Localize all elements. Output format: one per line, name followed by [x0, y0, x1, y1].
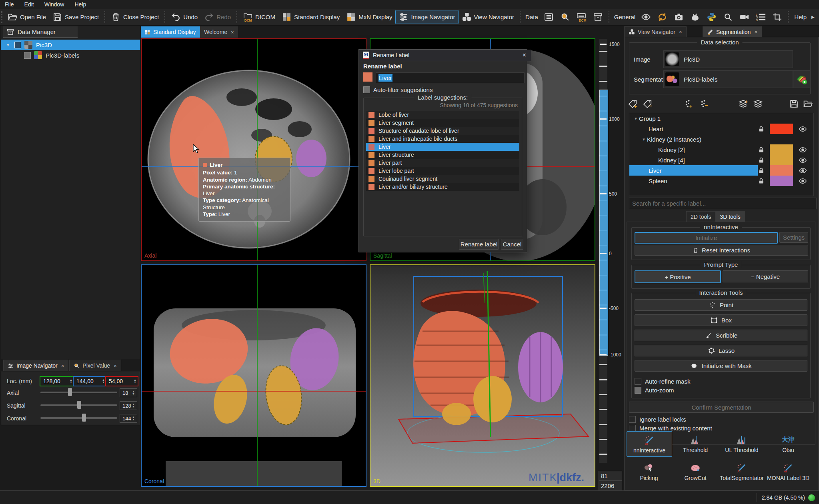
- load-labels-button[interactable]: [803, 99, 813, 109]
- label-color-swatch[interactable]: [770, 144, 793, 155]
- menu-edit[interactable]: Edit: [24, 0, 39, 8]
- tree-row-kidney2[interactable]: Kidney [2]: [629, 144, 813, 155]
- tree-row-kidney4[interactable]: Kidney [4]: [629, 155, 813, 165]
- initialize-button[interactable]: Initialize: [635, 232, 778, 244]
- magnifier-button[interactable]: [720, 10, 736, 24]
- eye-icon[interactable]: [799, 177, 807, 185]
- label-color-swatch[interactable]: [363, 72, 372, 82]
- screenshot-button[interactable]: [671, 10, 687, 24]
- slider-track[interactable]: [40, 417, 117, 419]
- tool-monai-label-3d[interactable]: AI MONAI Label 3D: [766, 459, 811, 484]
- slider-track[interactable]: [40, 392, 117, 393]
- help-menu-button[interactable]: Help▶: [791, 12, 818, 22]
- suggestion-row[interactable]: Lobe of liver: [366, 111, 519, 119]
- tree-row-heart[interactable]: Heart: [629, 124, 813, 134]
- eye-icon[interactable]: [799, 125, 807, 133]
- open-file-button[interactable]: Open File: [4, 10, 49, 24]
- viewport-axial[interactable]: Axial: [141, 38, 366, 261]
- tree-row-spleen[interactable]: Spleen: [629, 176, 813, 186]
- data-manager-tab[interactable]: Data Manager: [3, 26, 78, 38]
- close-icon[interactable]: ×: [114, 363, 117, 369]
- image-navigator-button[interactable]: Image Navigator: [395, 10, 458, 24]
- window-value-field[interactable]: 2206: [599, 481, 622, 491]
- settings-button[interactable]: Settings: [779, 232, 808, 243]
- suggestion-row[interactable]: Liver and intrahepatic bile ducts: [366, 135, 519, 143]
- merge-existing-checkbox[interactable]: [629, 425, 636, 432]
- remove-group-button[interactable]: [753, 99, 763, 109]
- expander-icon[interactable]: ▾: [633, 116, 639, 121]
- menu-help[interactable]: Help: [74, 0, 91, 8]
- suggestion-row[interactable]: Liver and/or biliary structure: [366, 183, 519, 191]
- spin-arrows[interactable]: ▲▼: [132, 403, 136, 408]
- suggestion-row[interactable]: Couinaud liver segment: [366, 175, 519, 183]
- viewport-3d[interactable]: MITK|dkfz. 3D: [370, 264, 595, 487]
- tool-picking[interactable]: Picking: [627, 459, 671, 484]
- image-selector[interactable]: Pic3D: [663, 50, 793, 68]
- lock-icon[interactable]: [758, 167, 765, 174]
- dialog-title-bar[interactable]: M Rename Label ×: [359, 50, 531, 61]
- confirm-segmentation-button[interactable]: Confirm Segmentation: [629, 402, 814, 413]
- tab-image-navigator[interactable]: Image Navigator ×: [3, 360, 68, 371]
- slider-handle[interactable]: [68, 388, 72, 396]
- location-x-spinbox[interactable]: 128,00 ▲▼: [40, 376, 74, 386]
- data-node-pic3d-labels[interactable]: Pic3D-labels: [1, 50, 140, 60]
- menu-window[interactable]: Window: [44, 0, 69, 8]
- expander-icon[interactable]: ▾: [641, 137, 647, 142]
- data-node-pic3d[interactable]: ▾ Pic3D: [1, 40, 140, 50]
- label-color-swatch[interactable]: [770, 176, 793, 186]
- cancel-button[interactable]: Cancel: [501, 239, 523, 250]
- tool-nninteractive[interactable]: AI nnInteractive: [627, 431, 672, 457]
- location-z-spinbox[interactable]: 54,00 ▲▼: [105, 376, 138, 386]
- data-list-button[interactable]: [541, 10, 557, 24]
- suggestion-row[interactable]: Structure of caudate lobe of liver: [366, 127, 519, 135]
- visibility-checkbox[interactable]: [24, 52, 31, 59]
- reinit-button[interactable]: [654, 10, 671, 24]
- add-label-button[interactable]: +: [628, 99, 638, 109]
- add-instance-button[interactable]: +: [684, 99, 694, 109]
- tool-totalsegmentator[interactable]: AI TotalSegmentator: [719, 459, 764, 484]
- lasso-tool-button[interactable]: Lasso: [635, 345, 807, 356]
- sagittal-value-spinbox[interactable]: 128 ▲▼: [120, 401, 137, 410]
- tree-row-group1[interactable]: ▾ Group 1: [629, 113, 813, 124]
- tool-growcut[interactable]: GrowCut: [673, 459, 718, 484]
- eye-icon[interactable]: [799, 166, 807, 175]
- add-group-button[interactable]: +: [739, 99, 749, 109]
- undo-button[interactable]: Undo: [168, 10, 201, 24]
- segmentation-selector[interactable]: Pic3D-labels: [663, 70, 793, 88]
- level-window-range-bar[interactable]: [599, 90, 608, 356]
- positive-prompt-button[interactable]: + Positive: [635, 270, 721, 283]
- close-icon[interactable]: ×: [523, 52, 526, 59]
- redo-button[interactable]: Redo: [201, 10, 234, 24]
- negative-prompt-button[interactable]: − Negative: [723, 270, 808, 282]
- suggestion-row-selected[interactable]: Liver: [366, 143, 519, 151]
- tree-row-kidney-parent[interactable]: ▾ Kidney (2 instances): [629, 134, 813, 144]
- label-color-swatch[interactable]: [770, 124, 793, 134]
- remove-instance-button[interactable]: −: [700, 99, 710, 109]
- data-archive-button[interactable]: [590, 10, 606, 24]
- autofilter-checkbox[interactable]: [363, 86, 370, 93]
- lock-icon[interactable]: [758, 178, 765, 184]
- tab-pixel-value[interactable]: Pixel Value ×: [69, 360, 121, 371]
- tab-2d-tools[interactable]: 2D tools: [686, 211, 715, 222]
- slider-handle[interactable]: [77, 401, 81, 409]
- save-project-button[interactable]: Save Project: [49, 10, 102, 24]
- tab-segmentation[interactable]: Segmentation ×: [703, 26, 762, 37]
- initialize-with-mask-button[interactable]: Initialize with Mask: [635, 360, 807, 372]
- sagittal-slider[interactable]: [40, 401, 117, 410]
- movie-maker-button[interactable]: [736, 10, 753, 24]
- dicom-search-button[interactable]: DCM: [573, 10, 590, 24]
- lock-icon[interactable]: [758, 157, 765, 164]
- auto-refine-checkbox[interactable]: [635, 378, 641, 385]
- suggestion-row[interactable]: Liver lobe part: [366, 167, 519, 175]
- expander-icon[interactable]: ▾: [5, 42, 11, 48]
- point-tool-button[interactable]: Point: [635, 299, 807, 311]
- reset-interactions-button[interactable]: Reset Interactions: [635, 245, 808, 256]
- mxn-display-button[interactable]: MxN Display: [343, 10, 395, 24]
- tab-3d-tools[interactable]: 3D tools: [715, 211, 745, 222]
- spin-arrows[interactable]: ▲▼: [132, 390, 136, 395]
- ignore-label-locks-checkbox[interactable]: [629, 416, 636, 423]
- python-button[interactable]: [703, 10, 720, 24]
- slider-handle[interactable]: [82, 414, 86, 422]
- viewport-coronal[interactable]: Coronal: [141, 264, 366, 487]
- toolbar-drag-handle[interactable]: [1, 11, 2, 23]
